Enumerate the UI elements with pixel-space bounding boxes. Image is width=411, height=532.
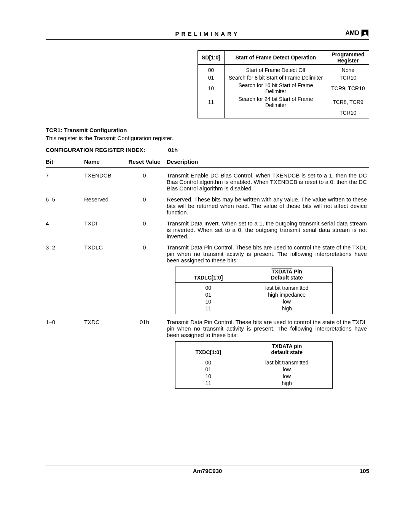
bits-row: 6–5 Reserved 0 Reserved. These bits may …	[46, 192, 369, 216]
cell: low	[241, 373, 333, 380]
running-header: PRELIMINARY AMD	[46, 30, 369, 40]
table-row: 10low	[175, 298, 333, 305]
table-row: 10low	[175, 373, 333, 380]
desc-cell: Transmit Enable DC Bias Control. When TX…	[167, 168, 369, 192]
bits-row: 3–2 TXDLC 0 Transmit Data Pin Control. T…	[46, 240, 369, 314]
page: PRELIMINARY AMD SD[1:0] Start of Frame D…	[0, 0, 411, 497]
table-row: 11 Search for 24 bit Start of Frame Deli…	[198, 95, 369, 109]
brand-text: AMD	[346, 30, 359, 37]
sd-th-3b: Register	[331, 58, 365, 64]
cell: TCR10	[327, 74, 369, 81]
reset-cell: 01b	[124, 314, 167, 389]
cell: Search for 8 bit Start of Frame Delimite…	[225, 74, 327, 81]
bits-row: 7 TXENDCB 0 Transmit Enable DC Bias Cont…	[46, 168, 369, 192]
table-row: 00last bit transmitted	[175, 283, 333, 292]
footer-part: Am79C930	[193, 468, 222, 474]
table-row: 11high	[175, 305, 333, 314]
cell: 01	[198, 74, 224, 81]
txdata-overline: TXDATA	[272, 268, 293, 275]
bit-cell: 3–2	[46, 240, 84, 314]
cell: 00	[198, 65, 224, 74]
bit-cell: 7	[46, 168, 84, 192]
cell: 10	[175, 298, 241, 305]
bit-cell: 4	[46, 216, 84, 240]
txdc-th-1: TXDC[1:0]	[175, 342, 241, 357]
cell: 00	[175, 357, 241, 366]
txdata-pin: Pin	[292, 268, 302, 275]
cell: None	[327, 65, 369, 74]
table-row: 01 Search for 8 bit Start of Frame Delim…	[198, 74, 369, 81]
name-cell: Reserved	[84, 192, 124, 216]
section-title: TCR1: Transmit Configuration	[46, 127, 369, 133]
desc-text: Transmit Data Pin Control. These bits ar…	[167, 319, 367, 338]
txdlc-th-1: TXDLC[1:0]	[175, 267, 241, 283]
cell: TCR10	[327, 109, 369, 118]
table-row: TCR10	[198, 109, 369, 118]
desc-text: Transmit Data Pin Control. These bits ar…	[167, 244, 367, 264]
bits-th-bit: Bit	[46, 157, 84, 168]
table-row: 11high	[175, 380, 333, 389]
reset-cell: 0	[124, 168, 167, 192]
desc-cell: Transmit Data Pin Control. These bits ar…	[167, 240, 369, 314]
cell: TCR8, TCR9	[327, 95, 369, 109]
cell: 11	[198, 95, 224, 109]
page-footer: Am79C930 105	[46, 465, 369, 474]
cell: 01	[175, 366, 241, 373]
txdlc-th-2: TXDATA Pin Default state	[241, 267, 333, 283]
txdc-table: TXDC[1:0] TXDATA pin default state 00las…	[175, 341, 333, 389]
cell: 10	[175, 373, 241, 380]
cell: high impedance	[241, 291, 333, 298]
bits-th-reset: Reset Value	[124, 157, 167, 168]
cri-label: CONFIGURATION REGISTER INDEX:	[46, 147, 145, 153]
footer-pageno: 105	[360, 468, 369, 474]
cell: Search for 16 bit Start of Frame Delimit…	[225, 81, 327, 95]
table-row: 01low	[175, 366, 333, 373]
cri-value: 01h	[168, 147, 178, 153]
txdlc-table: TXDLC[1:0] TXDATA Pin Default state 00la…	[175, 267, 333, 314]
desc-cell: Transmit Data Pin Control. These bits ar…	[167, 314, 369, 389]
bits-th-name: Name	[84, 157, 124, 168]
reset-cell: 0	[124, 216, 167, 240]
table-row: 00 Start of Frame Detect Off None	[198, 65, 369, 74]
section-body: This register is the Transmit Configurat…	[46, 135, 369, 141]
cell: high	[241, 380, 333, 389]
bits-row: 4 TXDI 0 Transmit Data Invert. When set …	[46, 216, 369, 240]
cell	[225, 109, 327, 118]
txdc-table-wrap: TXDC[1:0] TXDATA pin default state 00las…	[175, 341, 333, 389]
cell: last bit transmitted	[241, 283, 333, 292]
preliminary-label: PRELIMINARY	[175, 30, 240, 37]
cell: 11	[175, 305, 241, 314]
config-register-index: CONFIGURATION REGISTER INDEX: 01h	[46, 147, 369, 153]
cell: high	[241, 305, 333, 314]
reset-cell: 0	[124, 240, 167, 314]
name-cell: TXDLC	[84, 240, 124, 314]
sd-th-3a: Programmed	[331, 51, 365, 58]
sd-table-wrap: SD[1:0] Start of Frame Detect Operation …	[46, 50, 369, 118]
name-cell: TXENDCB	[84, 168, 124, 192]
txdc-th-2a: TXDATA pin	[272, 343, 302, 349]
cell: low	[241, 366, 333, 373]
reset-cell: 0	[124, 192, 167, 216]
cell	[198, 109, 224, 118]
txdc-th-2b: default state	[271, 349, 302, 355]
bit-cell: 1–0	[46, 314, 84, 389]
name-cell: TXDI	[84, 216, 124, 240]
sd-table: SD[1:0] Start of Frame Detect Operation …	[198, 50, 369, 118]
cell: last bit transmitted	[241, 357, 333, 366]
bit-cell: 6–5	[46, 192, 84, 216]
sd-th-1: SD[1:0]	[198, 51, 224, 65]
txdlc-table-wrap: TXDLC[1:0] TXDATA Pin Default state 00la…	[175, 267, 333, 314]
cell: 11	[175, 380, 241, 389]
cell: 10	[198, 81, 224, 95]
sd-th-2: Start of Frame Detect Operation	[225, 51, 327, 65]
cell: 00	[175, 283, 241, 292]
bits-row: 1–0 TXDC 01b Transmit Data Pin Control. …	[46, 314, 369, 389]
desc-cell: Reserved. These bits may be written with…	[167, 192, 369, 216]
txdc-th-2: TXDATA pin default state	[241, 342, 333, 357]
desc-cell: Transmit Data Invert. When set to a 1, t…	[167, 216, 369, 240]
cell: Search for 24 bit Start of Frame Delimit…	[225, 95, 327, 109]
table-row: 00last bit transmitted	[175, 357, 333, 366]
table-row: 10 Search for 16 bit Start of Frame Deli…	[198, 81, 369, 95]
bits-th-desc: Description	[167, 157, 369, 168]
txdlc-th-2b: Default state	[271, 275, 303, 281]
